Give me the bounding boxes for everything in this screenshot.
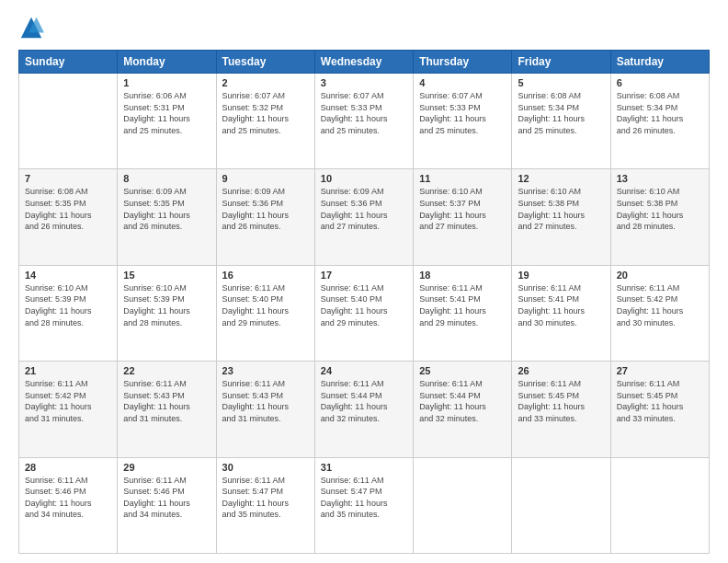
day-detail: Sunrise: 6:07 AMSunset: 5:32 PMDaylight:… <box>222 90 309 136</box>
page: SundayMondayTuesdayWednesdayThursdayFrid… <box>0 0 728 563</box>
calendar-cell: 23Sunrise: 6:11 AMSunset: 5:43 PMDayligh… <box>216 362 314 457</box>
day-detail: Sunrise: 6:07 AMSunset: 5:33 PMDaylight:… <box>321 90 407 136</box>
calendar-cell: 13Sunrise: 6:10 AMSunset: 5:38 PMDayligh… <box>610 169 709 265</box>
calendar-cell: 22Sunrise: 6:11 AMSunset: 5:43 PMDayligh… <box>118 362 216 457</box>
day-detail: Sunrise: 6:11 AMSunset: 5:40 PMDaylight:… <box>222 282 309 328</box>
day-number: 27 <box>617 365 703 376</box>
day-detail: Sunrise: 6:10 AMSunset: 5:37 PMDaylight:… <box>419 186 506 232</box>
day-number: 16 <box>222 270 309 281</box>
day-detail: Sunrise: 6:11 AMSunset: 5:43 PMDaylight:… <box>123 378 210 424</box>
day-number: 1 <box>123 77 210 88</box>
calendar-cell: 20Sunrise: 6:11 AMSunset: 5:42 PMDayligh… <box>610 265 709 361</box>
day-number: 18 <box>419 270 506 281</box>
day-detail: Sunrise: 6:11 AMSunset: 5:45 PMDaylight:… <box>518 378 604 424</box>
day-number: 19 <box>518 270 604 281</box>
day-header-monday: Monday <box>118 51 216 74</box>
day-detail: Sunrise: 6:07 AMSunset: 5:33 PMDaylight:… <box>419 90 506 136</box>
day-number: 13 <box>617 173 703 184</box>
calendar-cell: 9Sunrise: 6:09 AMSunset: 5:36 PMDaylight… <box>216 169 314 265</box>
calendar-cell <box>610 457 709 553</box>
calendar-cell: 24Sunrise: 6:11 AMSunset: 5:44 PMDayligh… <box>314 362 413 457</box>
calendar-cell: 30Sunrise: 6:11 AMSunset: 5:47 PMDayligh… <box>216 457 314 553</box>
calendar-cell: 14Sunrise: 6:10 AMSunset: 5:39 PMDayligh… <box>19 265 118 361</box>
day-detail: Sunrise: 6:06 AMSunset: 5:31 PMDaylight:… <box>123 90 210 136</box>
day-number: 28 <box>25 462 111 473</box>
calendar-cell: 21Sunrise: 6:11 AMSunset: 5:42 PMDayligh… <box>19 362 118 457</box>
logo-icon <box>18 15 44 40</box>
day-detail: Sunrise: 6:08 AMSunset: 5:34 PMDaylight:… <box>518 90 604 136</box>
calendar-cell: 19Sunrise: 6:11 AMSunset: 5:41 PMDayligh… <box>512 265 610 361</box>
day-detail: Sunrise: 6:10 AMSunset: 5:38 PMDaylight:… <box>617 186 703 232</box>
calendar-cell: 4Sunrise: 6:07 AMSunset: 5:33 PMDaylight… <box>414 74 512 169</box>
calendar-cell: 1Sunrise: 6:06 AMSunset: 5:31 PMDaylight… <box>118 74 216 169</box>
day-number: 24 <box>321 365 407 376</box>
day-number: 7 <box>25 173 111 184</box>
calendar: SundayMondayTuesdayWednesdayThursdayFrid… <box>18 50 710 554</box>
calendar-cell: 28Sunrise: 6:11 AMSunset: 5:46 PMDayligh… <box>19 457 118 553</box>
week-row-2: 7Sunrise: 6:08 AMSunset: 5:35 PMDaylight… <box>19 169 710 265</box>
calendar-cell <box>414 457 512 553</box>
day-detail: Sunrise: 6:11 AMSunset: 5:47 PMDaylight:… <box>222 475 309 521</box>
day-detail: Sunrise: 6:08 AMSunset: 5:34 PMDaylight:… <box>617 90 703 136</box>
day-detail: Sunrise: 6:11 AMSunset: 5:44 PMDaylight:… <box>321 378 407 424</box>
day-number: 12 <box>518 173 604 184</box>
calendar-cell: 26Sunrise: 6:11 AMSunset: 5:45 PMDayligh… <box>512 362 610 457</box>
day-detail: Sunrise: 6:09 AMSunset: 5:36 PMDaylight:… <box>321 186 407 232</box>
calendar-cell: 6Sunrise: 6:08 AMSunset: 5:34 PMDaylight… <box>610 74 709 169</box>
day-number: 26 <box>518 365 604 376</box>
day-number: 15 <box>123 270 210 281</box>
calendar-cell: 18Sunrise: 6:11 AMSunset: 5:41 PMDayligh… <box>414 265 512 361</box>
calendar-cell: 3Sunrise: 6:07 AMSunset: 5:33 PMDaylight… <box>314 74 413 169</box>
day-header-thursday: Thursday <box>414 51 512 74</box>
calendar-table: SundayMondayTuesdayWednesdayThursdayFrid… <box>18 50 710 554</box>
day-detail: Sunrise: 6:11 AMSunset: 5:42 PMDaylight:… <box>617 282 703 328</box>
day-detail: Sunrise: 6:11 AMSunset: 5:46 PMDaylight:… <box>25 475 111 521</box>
day-detail: Sunrise: 6:11 AMSunset: 5:45 PMDaylight:… <box>617 378 703 424</box>
day-number: 17 <box>321 270 407 281</box>
logo <box>18 15 48 40</box>
day-number: 14 <box>25 270 111 281</box>
day-number: 2 <box>222 77 309 88</box>
day-detail: Sunrise: 6:11 AMSunset: 5:47 PMDaylight:… <box>321 475 407 521</box>
day-number: 30 <box>222 462 309 473</box>
header <box>18 15 710 40</box>
day-number: 25 <box>419 365 506 376</box>
day-detail: Sunrise: 6:10 AMSunset: 5:38 PMDaylight:… <box>518 186 604 232</box>
calendar-cell: 7Sunrise: 6:08 AMSunset: 5:35 PMDaylight… <box>19 169 118 265</box>
day-detail: Sunrise: 6:08 AMSunset: 5:35 PMDaylight:… <box>25 186 111 232</box>
calendar-cell: 27Sunrise: 6:11 AMSunset: 5:45 PMDayligh… <box>610 362 709 457</box>
day-number: 9 <box>222 173 309 184</box>
day-detail: Sunrise: 6:11 AMSunset: 5:41 PMDaylight:… <box>518 282 604 328</box>
week-row-1: 1Sunrise: 6:06 AMSunset: 5:31 PMDaylight… <box>19 74 710 169</box>
day-detail: Sunrise: 6:11 AMSunset: 5:42 PMDaylight:… <box>25 378 111 424</box>
calendar-cell: 8Sunrise: 6:09 AMSunset: 5:35 PMDaylight… <box>118 169 216 265</box>
day-number: 21 <box>25 365 111 376</box>
day-number: 20 <box>617 270 703 281</box>
day-detail: Sunrise: 6:11 AMSunset: 5:41 PMDaylight:… <box>419 282 506 328</box>
day-header-wednesday: Wednesday <box>314 51 413 74</box>
day-number: 22 <box>123 365 210 376</box>
calendar-cell: 12Sunrise: 6:10 AMSunset: 5:38 PMDayligh… <box>512 169 610 265</box>
day-detail: Sunrise: 6:11 AMSunset: 5:43 PMDaylight:… <box>222 378 309 424</box>
week-row-5: 28Sunrise: 6:11 AMSunset: 5:46 PMDayligh… <box>19 457 710 553</box>
day-number: 10 <box>321 173 407 184</box>
day-number: 31 <box>321 462 407 473</box>
day-header-sunday: Sunday <box>19 51 118 74</box>
week-row-4: 21Sunrise: 6:11 AMSunset: 5:42 PMDayligh… <box>19 362 710 457</box>
day-detail: Sunrise: 6:11 AMSunset: 5:44 PMDaylight:… <box>419 378 506 424</box>
week-row-3: 14Sunrise: 6:10 AMSunset: 5:39 PMDayligh… <box>19 265 710 361</box>
calendar-cell: 31Sunrise: 6:11 AMSunset: 5:47 PMDayligh… <box>314 457 413 553</box>
calendar-cell: 11Sunrise: 6:10 AMSunset: 5:37 PMDayligh… <box>414 169 512 265</box>
day-detail: Sunrise: 6:09 AMSunset: 5:36 PMDaylight:… <box>222 186 309 232</box>
day-number: 5 <box>518 77 604 88</box>
calendar-cell <box>19 74 118 169</box>
calendar-cell: 17Sunrise: 6:11 AMSunset: 5:40 PMDayligh… <box>314 265 413 361</box>
day-number: 11 <box>419 173 506 184</box>
day-detail: Sunrise: 6:10 AMSunset: 5:39 PMDaylight:… <box>25 282 111 328</box>
day-number: 3 <box>321 77 407 88</box>
day-detail: Sunrise: 6:11 AMSunset: 5:40 PMDaylight:… <box>321 282 407 328</box>
day-detail: Sunrise: 6:11 AMSunset: 5:46 PMDaylight:… <box>123 475 210 521</box>
day-number: 23 <box>222 365 309 376</box>
calendar-cell: 15Sunrise: 6:10 AMSunset: 5:39 PMDayligh… <box>118 265 216 361</box>
day-number: 29 <box>123 462 210 473</box>
